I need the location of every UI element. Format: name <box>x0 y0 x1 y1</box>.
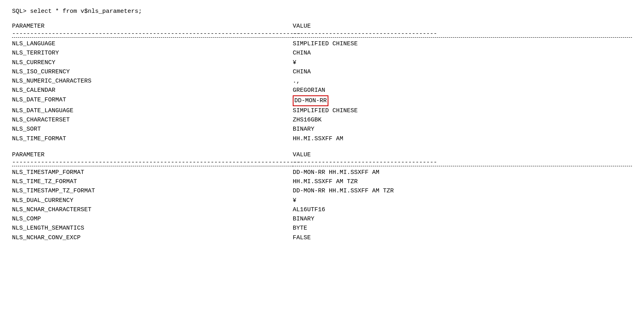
separator-value-1: ---------------------------------------- <box>293 30 632 38</box>
value-cell: BYTE <box>293 224 632 233</box>
param-cell: NLS_NCHAR_CHARACTERSET <box>12 205 293 214</box>
header-row-1: PARAMETER VALUE <box>12 23 632 30</box>
table-row: NLS_CALENDAR GREGORIAN <box>12 86 632 95</box>
separator-param-2: ----------------------------------------… <box>12 159 293 166</box>
value-cell: ¥ <box>293 196 632 205</box>
table-row: NLS_TIMESTAMP_TZ_FORMAT DD-MON-RR HH.MI.… <box>12 186 632 196</box>
param-cell: NLS_TERRITORY <box>12 48 293 58</box>
value-cell: FALSE <box>293 233 632 242</box>
param-cell: NLS_DUAL_CURRENCY <box>12 196 293 205</box>
separator-row-2: ----------------------------------------… <box>12 159 632 166</box>
value-cell: ., <box>293 77 632 86</box>
table-row: NLS_SORT BINARY <box>12 125 632 134</box>
param-cell: NLS_TIME_FORMAT <box>12 134 293 143</box>
param-cell: NLS_NUMERIC_CHARACTERS <box>12 77 293 86</box>
table-row: NLS_TIMESTAMP_FORMAT DD-MON-RR HH.MI.SSX… <box>12 168 632 177</box>
value-cell: CHINA <box>293 67 632 77</box>
value-header-2: VALUE <box>293 151 632 158</box>
param-cell: NLS_CALENDAR <box>12 86 293 95</box>
value-cell: DD-MON-RR <box>293 95 632 106</box>
table-row: NLS_DATE_LANGUAGE SIMPLIFIED CHINESE <box>12 106 632 115</box>
value-cell: HH.MI.SSXFF AM <box>293 134 632 143</box>
value-cell: ZHS16GBK <box>293 115 632 125</box>
value-cell: DD-MON-RR HH.MI.SSXFF AM TZR <box>293 186 632 196</box>
param-cell: NLS_CHARACTERSET <box>12 115 293 125</box>
value-cell: BINARY <box>293 214 632 224</box>
terminal: SQL> select * from v$nls_parameters; PAR… <box>12 8 632 242</box>
table-row: NLS_NUMERIC_CHARACTERS ., <box>12 77 632 86</box>
value-cell: HH.MI.SSXFF AM TZR <box>293 177 632 186</box>
table-row: NLS_ISO_CURRENCY CHINA <box>12 67 632 77</box>
table-row: NLS_CURRENCY ¥ <box>12 58 632 67</box>
value-cell: AL16UTF16 <box>293 205 632 214</box>
table-row: NLS_TIME_TZ_FORMAT HH.MI.SSXFF AM TZR <box>12 177 632 186</box>
param-cell: NLS_DATE_LANGUAGE <box>12 106 293 115</box>
table-row: NLS_LENGTH_SEMANTICS BYTE <box>12 224 632 233</box>
separator-row-1: ----------------------------------------… <box>12 30 632 38</box>
table-row: NLS_TIME_FORMAT HH.MI.SSXFF AM <box>12 134 632 143</box>
param-cell: NLS_TIMESTAMP_FORMAT <box>12 168 293 177</box>
table-row: NLS_NCHAR_CHARACTERSET AL16UTF16 <box>12 205 632 214</box>
value-cell: CHINA <box>293 48 632 58</box>
value-cell: SIMPLIFIED CHINESE <box>293 39 632 48</box>
param-cell: NLS_CURRENCY <box>12 58 293 67</box>
table-row: NLS_DATE_FORMAT DD-MON-RR <box>12 95 632 106</box>
separator-value-2: ---------------------------------------- <box>293 159 632 166</box>
param-cell: NLS_SORT <box>12 125 293 134</box>
value-cell: ¥ <box>293 58 632 67</box>
table-row: NLS_NCHAR_CONV_EXCP FALSE <box>12 233 632 242</box>
param-cell: NLS_TIMESTAMP_TZ_FORMAT <box>12 186 293 196</box>
table-row: NLS_TERRITORY CHINA <box>12 48 632 58</box>
value-cell: GREGORIAN <box>293 86 632 95</box>
param-cell: NLS_TIME_TZ_FORMAT <box>12 177 293 186</box>
table-row: NLS_LANGUAGE SIMPLIFIED CHINESE <box>12 39 632 48</box>
value-cell: SIMPLIFIED CHINESE <box>293 106 632 115</box>
header-row-2: PARAMETER VALUE <box>12 151 632 158</box>
param-cell: NLS_DATE_FORMAT <box>12 95 293 106</box>
separator-param-1: ----------------------------------------… <box>12 30 293 38</box>
value-cell: BINARY <box>293 125 632 134</box>
sql-command: SQL> select * from v$nls_parameters; <box>12 8 632 15</box>
results-table: PARAMETER VALUE ------------------------… <box>12 23 632 242</box>
table-row: NLS_CHARACTERSET ZHS16GBK <box>12 115 632 125</box>
value-header-1: VALUE <box>293 23 632 30</box>
param-cell: NLS_LENGTH_SEMANTICS <box>12 224 293 233</box>
empty-row <box>12 143 632 151</box>
param-cell: NLS_COMP <box>12 214 293 224</box>
table-row: NLS_DUAL_CURRENCY ¥ <box>12 196 632 205</box>
param-cell: NLS_LANGUAGE <box>12 39 293 48</box>
highlighted-date-format: DD-MON-RR <box>293 95 328 106</box>
table-row: NLS_COMP BINARY <box>12 214 632 224</box>
param-header-2: PARAMETER <box>12 151 293 158</box>
param-cell: NLS_ISO_CURRENCY <box>12 67 293 77</box>
value-cell: DD-MON-RR HH.MI.SSXFF AM <box>293 168 632 177</box>
param-cell: NLS_NCHAR_CONV_EXCP <box>12 233 293 242</box>
param-header-1: PARAMETER <box>12 23 293 30</box>
